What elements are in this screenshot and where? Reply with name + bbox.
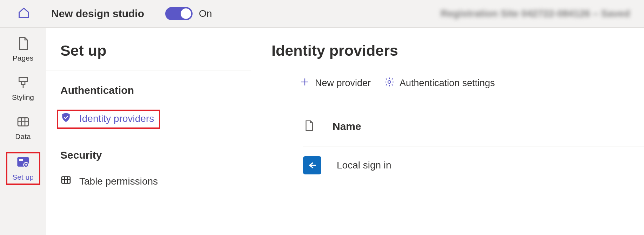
- site-status-text: Registration Site 042722-084126 – Saved: [441, 8, 630, 19]
- button-label: Authentication settings: [400, 78, 495, 89]
- svg-point-18: [388, 81, 391, 83]
- rail-label: Data: [15, 132, 31, 141]
- providers-table: Name Local sign in: [271, 101, 644, 174]
- main-content: Identity providers New provider Authenti…: [251, 28, 644, 235]
- rail-item-data[interactable]: Data: [0, 113, 46, 143]
- left-nav-rail: Pages Styling Data Set up: [0, 28, 46, 235]
- setup-sidebar: Set up Authentication Identity providers…: [46, 28, 251, 235]
- sidebar-group-authentication: Authentication: [46, 70, 251, 103]
- design-studio-toggle[interactable]: On: [165, 7, 212, 20]
- svg-rect-0: [18, 118, 28, 126]
- home-icon[interactable]: [18, 7, 30, 21]
- rail-label: Pages: [13, 54, 34, 62]
- sidebar-title: Set up: [46, 28, 251, 70]
- rail-label: Styling: [12, 93, 34, 102]
- topbar-title: New design studio: [51, 8, 144, 20]
- row-name: Local sign in: [337, 160, 391, 171]
- setup-icon: [16, 155, 30, 171]
- sidebar-item-label: Identity providers: [79, 113, 154, 124]
- document-icon: [303, 119, 315, 134]
- toggle-switch[interactable]: [165, 7, 193, 20]
- rail-item-styling[interactable]: Styling: [0, 74, 46, 104]
- new-provider-button[interactable]: New provider: [300, 77, 371, 90]
- sidebar-item-table-permissions[interactable]: Table permissions: [46, 168, 251, 194]
- command-bar: New provider Authentication settings: [271, 77, 643, 101]
- top-bar: New design studio On Registration Site 0…: [0, 0, 644, 28]
- local-signin-icon: [303, 156, 321, 174]
- authentication-settings-button[interactable]: Authentication settings: [384, 77, 495, 90]
- sidebar-item-identity-providers[interactable]: Identity providers: [46, 103, 251, 135]
- rail-item-pages[interactable]: Pages: [0, 34, 46, 64]
- gear-icon: [384, 77, 395, 90]
- svg-rect-5: [19, 159, 23, 161]
- sidebar-group-security: Security: [46, 135, 251, 168]
- toggle-label: On: [199, 8, 212, 19]
- svg-point-7: [25, 164, 27, 166]
- button-label: New provider: [315, 78, 371, 89]
- rail-label: Set up: [12, 173, 34, 181]
- paintbrush-icon: [16, 76, 30, 91]
- page-title: Identity providers: [271, 42, 644, 59]
- table-icon: [16, 115, 30, 130]
- column-header-name[interactable]: Name: [333, 120, 361, 132]
- table-row[interactable]: Local sign in: [303, 146, 644, 174]
- sidebar-item-label: Table permissions: [79, 176, 158, 187]
- shield-check-icon: [60, 112, 72, 125]
- plus-icon: [300, 77, 310, 90]
- rail-item-setup[interactable]: Set up: [6, 152, 40, 185]
- table-icon: [60, 174, 72, 188]
- table-header-row: Name: [303, 119, 644, 146]
- page-icon: [16, 36, 30, 52]
